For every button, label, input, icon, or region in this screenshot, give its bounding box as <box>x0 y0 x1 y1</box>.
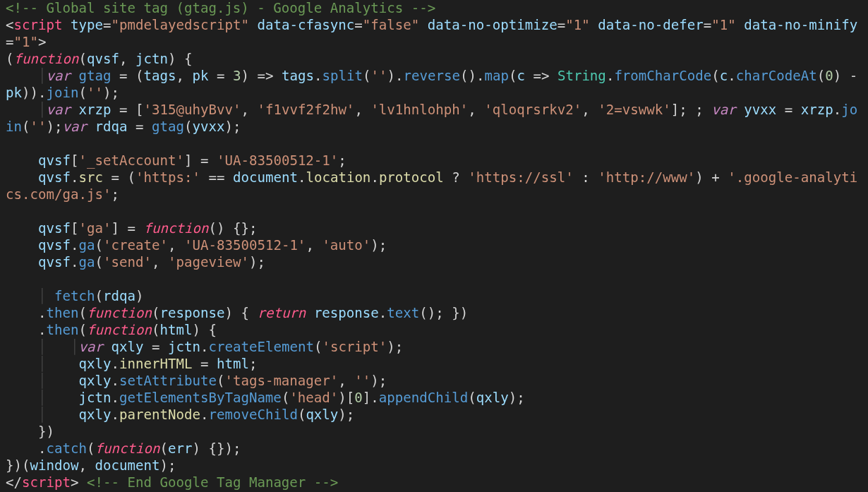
comment-open: <!-- Global site tag (gtag.js) - Google … <box>6 0 435 16</box>
code-block[interactable]: <!-- Global site tag (gtag.js) - Google … <box>0 0 868 491</box>
script-tag-open: script <box>14 17 63 33</box>
script-tag-close: script <box>22 474 71 491</box>
comment-close: <!-- End Google Tag Manager --> <box>87 474 338 491</box>
